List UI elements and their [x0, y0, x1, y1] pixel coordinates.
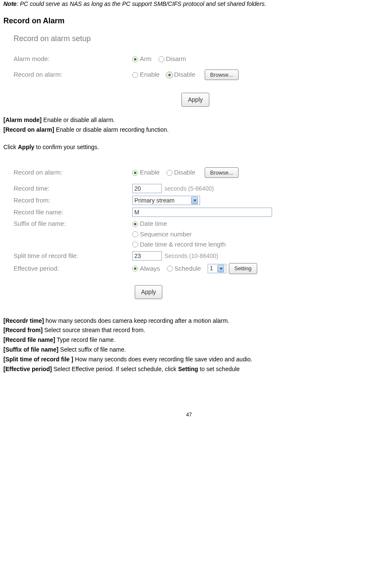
eff-always-radio[interactable]: [132, 266, 138, 272]
file-name-input[interactable]: [132, 208, 272, 217]
effective-row: Effective period: Always Schedule 1 Sett…: [14, 263, 375, 274]
suffix-dtlen-radio[interactable]: [132, 241, 138, 247]
record-time-row: Record time: seconds (5-86400): [14, 184, 375, 193]
disarm-label: Disarm: [166, 55, 186, 63]
suffix-datetime-radio[interactable]: [132, 221, 138, 227]
record-on-alarm-desc: [Record on alarm] Enable or disable alar…: [3, 126, 375, 134]
split-text: How many seconds does every recording fi…: [73, 356, 253, 363]
chevron-down-icon: [191, 197, 198, 204]
record-on-alarm-desc-key: [Record on alarm]: [3, 126, 54, 133]
file-name-key: [Record file name]: [3, 336, 55, 343]
suffix-datetime-label: Date time: [140, 219, 167, 228]
alarm-mode-row: Alarm mode: Arm Disarm: [14, 55, 375, 63]
suffix-text: Select suffix of file name.: [58, 346, 126, 353]
record-time-input[interactable]: [132, 184, 162, 193]
eff-schedule-radio[interactable]: [167, 266, 173, 272]
file-name-label: Record file name:: [14, 208, 132, 216]
browse-button[interactable]: Browse...: [205, 69, 239, 80]
suffix-row-2: Sequence number: [14, 230, 375, 239]
suffix-desc: [Suffix of file name] Select suffix of f…: [3, 346, 375, 354]
suffix-seq-label: Sequence number: [140, 230, 192, 239]
note-line: Note: PC could serve as NAS as long as t…: [3, 0, 375, 8]
effective-label: Effective period:: [14, 264, 132, 273]
eff-desc: [Effective period] Select Effective peri…: [3, 365, 375, 373]
apply-button-2[interactable]: Apply: [135, 285, 162, 299]
apply-row-2: Apply: [14, 285, 375, 299]
alarm-mode-desc-key: [Alarm mode]: [3, 116, 42, 123]
panel-title: Record on alarm setup: [14, 33, 375, 44]
suffix-seq-radio[interactable]: [132, 231, 138, 237]
page-number: 47: [3, 411, 375, 418]
note-label: Note: [3, 0, 17, 7]
suffix-key: [Suffix of file name]: [3, 346, 58, 353]
suffix-label: Suffix of file name:: [14, 219, 132, 228]
record-from-select[interactable]: Primary stream: [132, 196, 200, 205]
disable-radio[interactable]: [167, 72, 172, 78]
record-on-alarm-setup-panel: Record on alarm setup Alarm mode: Arm Di…: [3, 33, 375, 107]
apply-bold: Apply: [18, 144, 34, 150]
disable-label: Disable: [174, 70, 195, 79]
alarm-mode-desc: [Alarm mode] Enable or disable all alarm…: [3, 116, 375, 124]
alarm-mode-label: Alarm mode:: [14, 55, 132, 63]
arm-label: Arm: [140, 55, 152, 63]
eff-schedule-label: Schedule: [175, 264, 201, 273]
file-name-row: Record file name:: [14, 208, 375, 217]
suffix-dtlen-label: Date time & record time length: [140, 240, 226, 249]
setting-button[interactable]: Setting: [229, 263, 257, 274]
apply-post: to confirm your settings.: [34, 144, 99, 150]
record-from-value: Primary stream: [134, 197, 175, 205]
arm-radio[interactable]: [132, 56, 138, 62]
record-time-label: Record time:: [14, 184, 132, 193]
apply-button[interactable]: Apply: [181, 93, 209, 107]
apply-pre: Click: [3, 144, 18, 150]
suffix-row-1: Suffix of file name: Date time: [14, 219, 375, 228]
split-key: [Split time of record file ]: [3, 356, 73, 363]
rec-time-key: [Recordr time]: [3, 317, 44, 324]
roa-enable-label: Enable: [140, 168, 160, 177]
enable-radio[interactable]: [132, 72, 138, 78]
rec-from-text: Select source stream that record from.: [43, 327, 145, 333]
split-input[interactable]: [132, 251, 162, 261]
split-desc: [Split time of record file ] How many se…: [3, 355, 375, 363]
apply-instruction: Click Apply to confirm your settings.: [3, 143, 375, 151]
file-name-desc: [Record file name] Type record file name…: [3, 336, 375, 344]
alarm-mode-desc-text: Enable or disable all alarm.: [42, 116, 115, 123]
file-name-text: Type record file name.: [55, 336, 115, 343]
suffix-row-3: Date time & record time length: [14, 240, 375, 249]
record-from-label: Record from:: [14, 196, 132, 205]
enable-label: Enable: [140, 70, 160, 79]
rec-time-text: how many seconds does camera keep record…: [44, 317, 229, 324]
eff-setting-b: Setting: [178, 366, 198, 372]
record-on-alarm-row: Record on alarm: Enable Disable Browse..…: [14, 69, 375, 80]
record-time-hint: seconds (5-86400): [164, 185, 214, 193]
roa-enable-radio[interactable]: [132, 170, 138, 176]
roa-disable-radio[interactable]: [167, 170, 172, 176]
split-label: Split time of record file:: [14, 252, 132, 260]
section-title: Record on Alarm: [3, 16, 375, 26]
roa-browse-button[interactable]: Browse...: [205, 167, 239, 178]
eff-t-pre: Select Effective period. If select sched…: [52, 366, 178, 372]
roa-row: Record on alarm: Enable Disable Browse..…: [14, 167, 375, 178]
roa-label: Record on alarm:: [14, 168, 132, 177]
eff-key: [Effective period]: [3, 366, 52, 372]
rec-from-key: [Record from]: [3, 327, 43, 333]
eff-t-post: to set schedule: [198, 366, 240, 372]
split-hint: Seconds (10-86400): [164, 252, 218, 260]
eff-schedule-value: 1: [210, 264, 213, 272]
split-row: Split time of record file: Seconds (10-8…: [14, 251, 375, 261]
eff-always-label: Always: [140, 264, 160, 273]
apply-row: Apply: [14, 93, 375, 107]
record-from-row: Record from: Primary stream: [14, 196, 375, 205]
eff-schedule-select[interactable]: 1: [208, 264, 226, 273]
record-on-alarm-detail-panel: Record on alarm: Enable Disable Browse..…: [3, 167, 375, 299]
chevron-down-icon: [217, 265, 224, 272]
roa-disable-label: Disable: [174, 168, 195, 177]
rec-from-desc: [Record from] Select source stream that …: [3, 326, 375, 334]
disarm-radio[interactable]: [158, 56, 164, 62]
record-on-alarm-label: Record on alarm:: [14, 70, 132, 79]
rec-time-desc: [Recordr time] how many seconds does cam…: [3, 317, 375, 325]
note-text: : PC could serve as NAS as long as the P…: [17, 0, 266, 7]
record-on-alarm-desc-text: Enable or disable alarm recording functi…: [54, 126, 169, 133]
